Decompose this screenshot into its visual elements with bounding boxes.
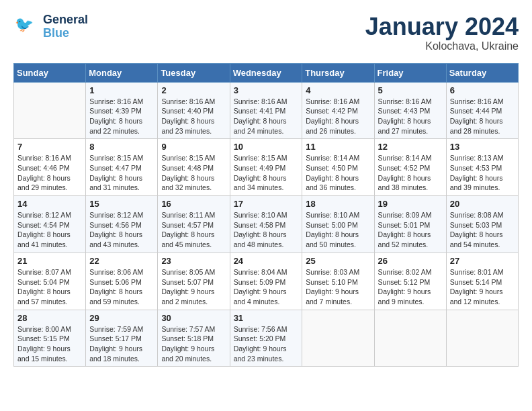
calendar-body: 1Sunrise: 8:16 AMSunset: 4:39 PMDaylight… [14,82,519,367]
day-number: 10 [234,142,299,152]
day-info: Sunrise: 8:15 AMSunset: 4:48 PMDaylight:… [161,153,226,193]
calendar-cell: 27Sunrise: 8:01 AMSunset: 5:14 PMDayligh… [446,253,518,310]
day-info: Sunrise: 8:03 AMSunset: 5:10 PMDaylight:… [306,267,370,307]
logo: 🐦 General Blue [13,13,88,40]
logo-label: General Blue [43,13,88,40]
day-info: Sunrise: 8:16 AMSunset: 4:39 PMDaylight:… [89,97,154,136]
day-number: 20 [450,199,515,209]
month-year-title: January 2024 [365,13,519,40]
logo-general-text: General [43,13,88,27]
day-info: Sunrise: 8:13 AMSunset: 4:53 PMDaylight:… [450,153,515,193]
day-number: 17 [234,199,299,209]
day-info: Sunrise: 7:56 AMSunset: 5:20 PMDaylight:… [234,324,299,364]
calendar-cell: 11Sunrise: 8:14 AMSunset: 4:50 PMDayligh… [302,139,374,196]
calendar-cell: 16Sunrise: 8:11 AMSunset: 4:57 PMDayligh… [158,196,230,253]
calendar-cell: 4Sunrise: 8:16 AMSunset: 4:42 PMDaylight… [302,82,374,139]
calendar-cell: 7Sunrise: 8:16 AMSunset: 4:46 PMDaylight… [14,139,86,196]
day-info: Sunrise: 7:57 AMSunset: 5:18 PMDaylight:… [161,324,226,364]
day-info: Sunrise: 8:16 AMSunset: 4:41 PMDaylight:… [234,97,299,136]
calendar-cell [14,82,86,139]
calendar-cell [374,310,446,367]
day-number: 30 [161,313,226,323]
calendar-cell: 22Sunrise: 8:06 AMSunset: 5:06 PMDayligh… [86,253,158,310]
day-info: Sunrise: 8:10 AMSunset: 5:00 PMDaylight:… [306,210,370,250]
calendar-cell: 18Sunrise: 8:10 AMSunset: 5:00 PMDayligh… [302,196,374,253]
weekday-header-wednesday: Wednesday [230,63,302,82]
day-number: 2 [161,85,226,95]
calendar-week-row: 1Sunrise: 8:16 AMSunset: 4:39 PMDaylight… [14,82,519,139]
day-info: Sunrise: 8:16 AMSunset: 4:44 PMDaylight:… [450,97,515,136]
calendar-cell: 28Sunrise: 8:00 AMSunset: 5:15 PMDayligh… [14,310,86,367]
day-number: 16 [161,199,226,209]
day-number: 9 [161,142,226,152]
day-number: 28 [17,313,82,323]
day-info: Sunrise: 8:01 AMSunset: 5:14 PMDaylight:… [450,267,515,307]
day-info: Sunrise: 8:08 AMSunset: 5:03 PMDaylight:… [450,210,515,250]
day-number: 26 [378,256,443,266]
weekday-header-tuesday: Tuesday [158,63,230,82]
day-info: Sunrise: 7:59 AMSunset: 5:17 PMDaylight:… [89,324,154,364]
day-number: 11 [306,142,370,152]
logo-bird-icon: 🐦 [13,13,40,40]
calendar-cell: 6Sunrise: 8:16 AMSunset: 4:44 PMDaylight… [446,82,518,139]
day-number: 7 [17,142,82,152]
day-info: Sunrise: 8:16 AMSunset: 4:46 PMDaylight:… [17,153,82,193]
weekday-header-sunday: Sunday [14,63,86,82]
weekday-row: SundayMondayTuesdayWednesdayThursdayFrid… [14,63,519,82]
weekday-header-thursday: Thursday [302,63,374,82]
calendar-cell: 3Sunrise: 8:16 AMSunset: 4:41 PMDaylight… [230,82,302,139]
day-info: Sunrise: 8:00 AMSunset: 5:15 PMDaylight:… [17,324,82,364]
day-info: Sunrise: 8:09 AMSunset: 5:01 PMDaylight:… [378,210,443,250]
day-number: 19 [378,199,443,209]
day-info: Sunrise: 8:12 AMSunset: 4:56 PMDaylight:… [89,210,154,250]
day-number: 27 [450,256,515,266]
day-number: 1 [89,85,154,95]
day-number: 5 [378,85,443,95]
day-number: 4 [306,85,370,95]
calendar-cell: 8Sunrise: 8:15 AMSunset: 4:47 PMDaylight… [86,139,158,196]
day-number: 23 [161,256,226,266]
day-number: 8 [89,142,154,152]
calendar-cell: 30Sunrise: 7:57 AMSunset: 5:18 PMDayligh… [158,310,230,367]
calendar-week-row: 28Sunrise: 8:00 AMSunset: 5:15 PMDayligh… [14,310,519,367]
calendar-table: SundayMondayTuesdayWednesdayThursdayFrid… [13,63,519,367]
calendar-cell: 1Sunrise: 8:16 AMSunset: 4:39 PMDaylight… [86,82,158,139]
location-subtitle: Kolochava, Ukraine [365,40,519,52]
calendar-cell: 23Sunrise: 8:05 AMSunset: 5:07 PMDayligh… [158,253,230,310]
calendar-cell: 19Sunrise: 8:09 AMSunset: 5:01 PMDayligh… [374,196,446,253]
calendar-cell: 9Sunrise: 8:15 AMSunset: 4:48 PMDaylight… [158,139,230,196]
logo-blue-text: Blue [43,27,88,40]
day-info: Sunrise: 8:11 AMSunset: 4:57 PMDaylight:… [161,210,226,250]
calendar-week-row: 21Sunrise: 8:07 AMSunset: 5:04 PMDayligh… [14,253,519,310]
calendar-cell: 15Sunrise: 8:12 AMSunset: 4:56 PMDayligh… [86,196,158,253]
weekday-header-friday: Friday [374,63,446,82]
day-info: Sunrise: 8:10 AMSunset: 4:58 PMDaylight:… [234,210,299,250]
day-number: 24 [234,256,299,266]
calendar-cell: 26Sunrise: 8:02 AMSunset: 5:12 PMDayligh… [374,253,446,310]
day-info: Sunrise: 8:15 AMSunset: 4:49 PMDaylight:… [234,153,299,193]
calendar-cell: 14Sunrise: 8:12 AMSunset: 4:54 PMDayligh… [14,196,86,253]
svg-text:🐦: 🐦 [15,15,34,34]
calendar-cell: 2Sunrise: 8:16 AMSunset: 4:40 PMDaylight… [158,82,230,139]
calendar-cell: 12Sunrise: 8:14 AMSunset: 4:52 PMDayligh… [374,139,446,196]
calendar-week-row: 7Sunrise: 8:16 AMSunset: 4:46 PMDaylight… [14,139,519,196]
day-number: 22 [89,256,154,266]
day-info: Sunrise: 8:15 AMSunset: 4:47 PMDaylight:… [89,153,154,193]
day-info: Sunrise: 8:02 AMSunset: 5:12 PMDaylight:… [378,267,443,307]
calendar-cell: 31Sunrise: 7:56 AMSunset: 5:20 PMDayligh… [230,310,302,367]
day-number: 6 [450,85,515,95]
day-number: 25 [306,256,370,266]
day-number: 13 [450,142,515,152]
calendar-cell: 17Sunrise: 8:10 AMSunset: 4:58 PMDayligh… [230,196,302,253]
calendar-cell: 20Sunrise: 8:08 AMSunset: 5:03 PMDayligh… [446,196,518,253]
calendar-header: SundayMondayTuesdayWednesdayThursdayFrid… [14,63,519,82]
calendar-cell: 29Sunrise: 7:59 AMSunset: 5:17 PMDayligh… [86,310,158,367]
calendar-cell [302,310,374,367]
title-block: January 2024 Kolochava, Ukraine [365,13,519,52]
day-info: Sunrise: 8:16 AMSunset: 4:40 PMDaylight:… [161,97,226,136]
page-header: 🐦 General Blue January 2024 Kolochava, U… [13,13,519,52]
day-info: Sunrise: 8:16 AMSunset: 4:42 PMDaylight:… [306,97,370,136]
calendar-cell: 10Sunrise: 8:15 AMSunset: 4:49 PMDayligh… [230,139,302,196]
calendar-cell: 5Sunrise: 8:16 AMSunset: 4:43 PMDaylight… [374,82,446,139]
day-number: 29 [89,313,154,323]
